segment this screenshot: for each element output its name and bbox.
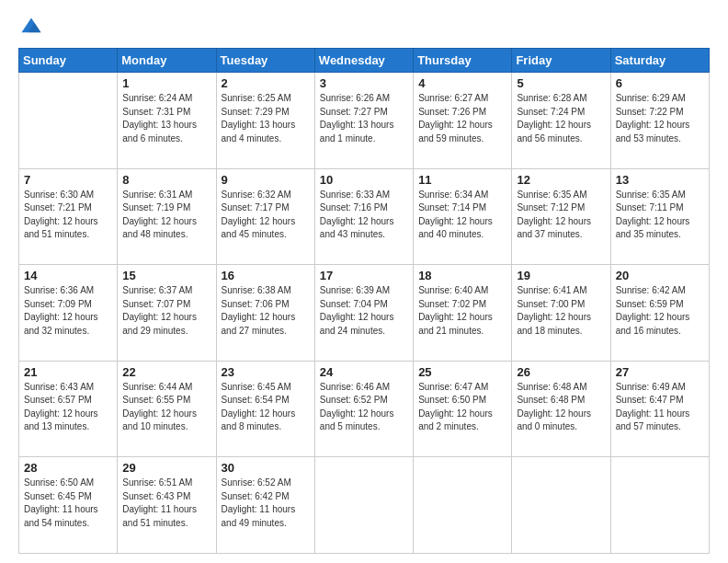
day-number: 21 [24, 365, 112, 379]
day-number: 24 [320, 365, 408, 379]
day-number: 14 [24, 269, 112, 282]
calendar-week-1: 1Sunrise: 6:24 AM Sunset: 7:31 PM Daylig… [19, 73, 710, 169]
day-number: 8 [122, 173, 210, 187]
day-info: Sunrise: 6:34 AM Sunset: 7:14 PM Dayligh… [418, 189, 506, 242]
day-number: 25 [418, 365, 506, 379]
calendar-cell: 15Sunrise: 6:37 AM Sunset: 7:07 PM Dayli… [118, 265, 216, 362]
calendar-cell: 25Sunrise: 6:47 AM Sunset: 6:50 PM Dayli… [414, 361, 512, 457]
page: SundayMondayTuesdayWednesdayThursdayFrid… [0, 0, 728, 563]
calendar-header-friday: Friday [512, 49, 610, 73]
day-info: Sunrise: 6:47 AM Sunset: 6:50 PM Dayligh… [418, 381, 506, 434]
day-number: 26 [517, 365, 605, 379]
calendar-cell: 3Sunrise: 6:26 AM Sunset: 7:27 PM Daylig… [314, 73, 413, 169]
calendar-cell: 24Sunrise: 6:46 AM Sunset: 6:52 PM Dayli… [314, 361, 413, 457]
day-info: Sunrise: 6:39 AM Sunset: 7:04 PM Dayligh… [320, 284, 408, 338]
day-info: Sunrise: 6:52 AM Sunset: 6:42 PM Dayligh… [222, 477, 310, 530]
calendar-cell [414, 457, 512, 554]
day-info: Sunrise: 6:35 AM Sunset: 7:11 PM Dayligh… [616, 189, 704, 242]
calendar-header-saturday: Saturday [610, 49, 709, 73]
day-number: 17 [320, 269, 408, 282]
calendar-cell [19, 73, 118, 169]
day-info: Sunrise: 6:51 AM Sunset: 6:43 PM Dayligh… [122, 477, 210, 530]
day-number: 20 [616, 269, 704, 282]
day-info: Sunrise: 6:29 AM Sunset: 7:22 PM Dayligh… [616, 92, 704, 145]
calendar-header-tuesday: Tuesday [216, 49, 314, 73]
calendar-header-wednesday: Wednesday [314, 49, 413, 73]
day-number: 1 [122, 76, 210, 90]
day-number: 28 [24, 461, 112, 475]
calendar-header-row: SundayMondayTuesdayWednesdayThursdayFrid… [19, 49, 710, 73]
day-info: Sunrise: 6:32 AM Sunset: 7:17 PM Dayligh… [222, 189, 310, 242]
day-number: 30 [222, 461, 310, 475]
day-number: 22 [122, 365, 210, 379]
calendar-cell: 16Sunrise: 6:38 AM Sunset: 7:06 PM Dayli… [216, 265, 314, 362]
day-number: 19 [517, 269, 605, 282]
logo-icon [18, 15, 44, 40]
day-number: 18 [418, 269, 506, 282]
calendar-cell: 30Sunrise: 6:52 AM Sunset: 6:42 PM Dayli… [216, 457, 314, 554]
day-number: 12 [517, 173, 605, 187]
calendar-cell: 19Sunrise: 6:41 AM Sunset: 7:00 PM Dayli… [512, 265, 610, 362]
calendar-cell: 4Sunrise: 6:27 AM Sunset: 7:26 PM Daylig… [414, 73, 512, 169]
calendar-header-thursday: Thursday [414, 49, 512, 73]
calendar-cell: 9Sunrise: 6:32 AM Sunset: 7:17 PM Daylig… [216, 168, 314, 265]
calendar-week-2: 7Sunrise: 6:30 AM Sunset: 7:21 PM Daylig… [19, 168, 710, 265]
calendar-header-monday: Monday [118, 49, 216, 73]
day-info: Sunrise: 6:26 AM Sunset: 7:27 PM Dayligh… [320, 92, 408, 145]
day-number: 4 [418, 76, 506, 90]
day-number: 6 [616, 76, 704, 90]
day-number: 15 [122, 269, 210, 282]
day-info: Sunrise: 6:25 AM Sunset: 7:29 PM Dayligh… [222, 92, 310, 145]
day-info: Sunrise: 6:50 AM Sunset: 6:45 PM Dayligh… [24, 477, 112, 530]
day-number: 9 [222, 173, 310, 187]
day-number: 16 [222, 269, 310, 282]
day-info: Sunrise: 6:48 AM Sunset: 6:48 PM Dayligh… [517, 381, 605, 434]
calendar-cell: 28Sunrise: 6:50 AM Sunset: 6:45 PM Dayli… [19, 457, 118, 554]
calendar-cell [314, 457, 413, 554]
calendar-cell: 27Sunrise: 6:49 AM Sunset: 6:47 PM Dayli… [610, 361, 709, 457]
header [18, 15, 710, 40]
day-info: Sunrise: 6:41 AM Sunset: 7:00 PM Dayligh… [517, 284, 605, 338]
day-info: Sunrise: 6:43 AM Sunset: 6:57 PM Dayligh… [24, 381, 112, 434]
calendar-week-4: 21Sunrise: 6:43 AM Sunset: 6:57 PM Dayli… [19, 361, 710, 457]
calendar-table: SundayMondayTuesdayWednesdayThursdayFrid… [18, 48, 710, 554]
day-number: 27 [616, 365, 704, 379]
calendar-cell: 2Sunrise: 6:25 AM Sunset: 7:29 PM Daylig… [216, 73, 314, 169]
day-number: 5 [517, 76, 605, 90]
day-info: Sunrise: 6:30 AM Sunset: 7:21 PM Dayligh… [24, 189, 112, 242]
calendar-cell: 8Sunrise: 6:31 AM Sunset: 7:19 PM Daylig… [118, 168, 216, 265]
calendar-cell [512, 457, 610, 554]
calendar-cell: 1Sunrise: 6:24 AM Sunset: 7:31 PM Daylig… [118, 73, 216, 169]
calendar-cell: 7Sunrise: 6:30 AM Sunset: 7:21 PM Daylig… [19, 168, 118, 265]
calendar-cell: 29Sunrise: 6:51 AM Sunset: 6:43 PM Dayli… [118, 457, 216, 554]
calendar-cell: 26Sunrise: 6:48 AM Sunset: 6:48 PM Dayli… [512, 361, 610, 457]
calendar-cell: 23Sunrise: 6:45 AM Sunset: 6:54 PM Dayli… [216, 361, 314, 457]
day-info: Sunrise: 6:24 AM Sunset: 7:31 PM Dayligh… [122, 92, 210, 145]
day-number: 3 [320, 76, 408, 90]
calendar-cell: 13Sunrise: 6:35 AM Sunset: 7:11 PM Dayli… [610, 168, 709, 265]
day-info: Sunrise: 6:45 AM Sunset: 6:54 PM Dayligh… [222, 381, 310, 434]
day-info: Sunrise: 6:28 AM Sunset: 7:24 PM Dayligh… [517, 92, 605, 145]
logo [18, 15, 48, 40]
day-info: Sunrise: 6:42 AM Sunset: 6:59 PM Dayligh… [616, 284, 704, 338]
day-number: 10 [320, 173, 408, 187]
calendar-header-sunday: Sunday [19, 49, 118, 73]
day-info: Sunrise: 6:46 AM Sunset: 6:52 PM Dayligh… [320, 381, 408, 434]
calendar-week-5: 28Sunrise: 6:50 AM Sunset: 6:45 PM Dayli… [19, 457, 710, 554]
day-number: 23 [222, 365, 310, 379]
calendar-cell [610, 457, 709, 554]
calendar-cell: 11Sunrise: 6:34 AM Sunset: 7:14 PM Dayli… [414, 168, 512, 265]
calendar-cell: 12Sunrise: 6:35 AM Sunset: 7:12 PM Dayli… [512, 168, 610, 265]
day-info: Sunrise: 6:37 AM Sunset: 7:07 PM Dayligh… [122, 284, 210, 338]
day-info: Sunrise: 6:49 AM Sunset: 6:47 PM Dayligh… [616, 381, 704, 434]
day-info: Sunrise: 6:40 AM Sunset: 7:02 PM Dayligh… [418, 284, 506, 338]
calendar-cell: 10Sunrise: 6:33 AM Sunset: 7:16 PM Dayli… [314, 168, 413, 265]
day-info: Sunrise: 6:31 AM Sunset: 7:19 PM Dayligh… [122, 189, 210, 242]
day-info: Sunrise: 6:27 AM Sunset: 7:26 PM Dayligh… [418, 92, 506, 145]
day-info: Sunrise: 6:38 AM Sunset: 7:06 PM Dayligh… [222, 284, 310, 338]
calendar-cell: 22Sunrise: 6:44 AM Sunset: 6:55 PM Dayli… [118, 361, 216, 457]
calendar-cell: 18Sunrise: 6:40 AM Sunset: 7:02 PM Dayli… [414, 265, 512, 362]
day-number: 13 [616, 173, 704, 187]
calendar-week-3: 14Sunrise: 6:36 AM Sunset: 7:09 PM Dayli… [19, 265, 710, 362]
calendar-cell: 21Sunrise: 6:43 AM Sunset: 6:57 PM Dayli… [19, 361, 118, 457]
